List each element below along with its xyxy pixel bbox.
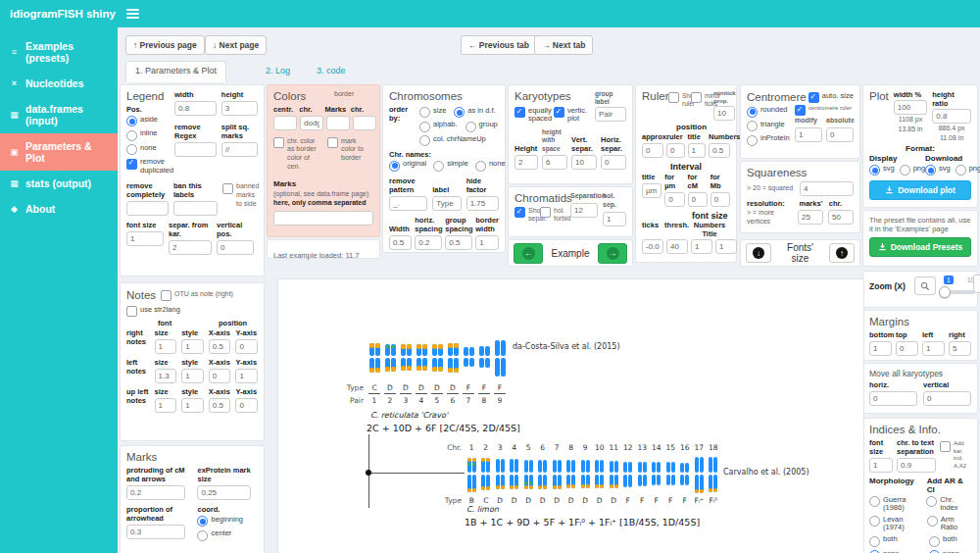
remove-duplicated-checkbox[interactable] bbox=[126, 159, 137, 170]
names-simple-radio[interactable] bbox=[433, 161, 444, 172]
right-notes-style-input[interactable] bbox=[181, 339, 204, 354]
sidebar-item-examples[interactable]: ≡Examples (presets) bbox=[0, 33, 118, 71]
for-cm-input[interactable] bbox=[688, 192, 708, 207]
ar-chr-index-radio[interactable] bbox=[926, 496, 937, 507]
right-notes-x-input[interactable] bbox=[209, 339, 231, 354]
chr-border-input[interactable] bbox=[353, 116, 376, 130]
cen-triangle-radio[interactable] bbox=[747, 121, 758, 131]
upleft-notes-x-input[interactable] bbox=[209, 398, 231, 413]
squareness-input[interactable] bbox=[800, 181, 854, 196]
arrowhead-input[interactable] bbox=[126, 525, 185, 539]
pos-aside-radio[interactable] bbox=[126, 116, 137, 126]
ruler-pos-input[interactable] bbox=[666, 143, 685, 158]
split-sq-marks-input[interactable] bbox=[221, 142, 258, 157]
remove-completely-input[interactable] bbox=[126, 201, 169, 216]
pos-none-radio[interactable] bbox=[126, 144, 137, 155]
download-png-radio[interactable] bbox=[956, 165, 966, 176]
download-svg-radio[interactable] bbox=[925, 165, 936, 176]
approx-input[interactable] bbox=[642, 143, 663, 158]
download-presets-button[interactable]: Download Presets bbox=[869, 237, 971, 257]
morph-guerra-radio[interactable] bbox=[869, 496, 880, 507]
border-width-input[interactable] bbox=[475, 235, 499, 250]
marks-border-input[interactable] bbox=[326, 116, 350, 130]
remove-pattern-input[interactable] bbox=[389, 196, 427, 211]
separ-from-kar-input[interactable] bbox=[169, 240, 212, 255]
separation-input[interactable] bbox=[570, 203, 598, 218]
chr-width-input[interactable] bbox=[389, 235, 412, 250]
vert-separ-input[interactable] bbox=[571, 155, 597, 170]
hol-forbid-checkbox[interactable] bbox=[540, 207, 551, 218]
margin-top-input[interactable] bbox=[896, 341, 918, 356]
margin-bottom-input[interactable] bbox=[869, 341, 892, 356]
horiz-separ-input[interactable] bbox=[601, 155, 626, 170]
next-example-button[interactable]: → bbox=[598, 243, 627, 264]
remove-regex-input[interactable] bbox=[174, 142, 217, 157]
legend-width-input[interactable] bbox=[174, 101, 217, 116]
sidebar-item-parameters-plot[interactable]: ▣Parameters & Plot bbox=[0, 133, 118, 171]
right-notes-y-input[interactable] bbox=[235, 339, 258, 354]
tab-parameters-plot[interactable]: 1. Parameters & Plot bbox=[125, 61, 226, 82]
legend-height-input[interactable] bbox=[221, 101, 258, 116]
title-pos-input[interactable] bbox=[688, 143, 707, 158]
minitick-prop-input[interactable] bbox=[713, 106, 735, 121]
group-label-input[interactable] bbox=[595, 107, 626, 122]
sidebar-toggle-icon[interactable] bbox=[126, 9, 139, 21]
hide-factor-input[interactable] bbox=[466, 196, 499, 211]
fonts-larger-button[interactable]: ↑ bbox=[829, 243, 855, 263]
display-svg-radio[interactable] bbox=[869, 165, 880, 176]
order-alphab-radio[interactable] bbox=[419, 122, 430, 132]
plot-width-input[interactable] bbox=[894, 100, 927, 115]
sidebar-item-dataframes[interactable]: ▦data.frames (input) bbox=[0, 96, 118, 133]
ar-both-radio[interactable] bbox=[929, 536, 940, 547]
previous-page-button[interactable]: ↑ Previous page bbox=[125, 35, 205, 55]
ban-labels-input[interactable] bbox=[173, 201, 218, 216]
morph-both-radio[interactable] bbox=[869, 536, 880, 547]
sidebar-item-about[interactable]: ◆About bbox=[0, 196, 118, 222]
names-none-radio[interactable] bbox=[475, 161, 486, 172]
right-notes-size-input[interactable] bbox=[155, 339, 177, 354]
left-notes-y-input[interactable] bbox=[235, 369, 258, 383]
exprotein-input[interactable] bbox=[197, 485, 251, 500]
margin-left-input[interactable] bbox=[922, 341, 945, 356]
upleft-notes-style-input[interactable] bbox=[181, 398, 204, 413]
centr-color-input[interactable] bbox=[273, 116, 297, 130]
height-with-space-input[interactable] bbox=[542, 155, 567, 170]
ticks-input[interactable] bbox=[642, 239, 663, 254]
names-original-radio[interactable] bbox=[389, 161, 400, 172]
zoom-out-button[interactable] bbox=[914, 276, 936, 295]
tab-code[interactable]: 3. code bbox=[308, 62, 355, 81]
sidebar-item-stats[interactable]: ▦stats (output) bbox=[0, 171, 118, 196]
for-um-input[interactable] bbox=[664, 192, 684, 207]
zoom-slider-thumb[interactable] bbox=[939, 286, 951, 298]
pos-inline-radio[interactable] bbox=[126, 130, 137, 141]
protruding-input[interactable] bbox=[126, 485, 185, 500]
horiz-spacing-input[interactable] bbox=[415, 235, 442, 250]
for-mb-input[interactable] bbox=[710, 192, 730, 207]
move-horiz-input[interactable] bbox=[869, 391, 917, 406]
equally-spaced-checkbox[interactable] bbox=[514, 107, 525, 118]
display-png-radio[interactable] bbox=[900, 165, 910, 176]
left-notes-size-input[interactable] bbox=[155, 369, 177, 383]
download-plot-button[interactable]: Download plot bbox=[869, 180, 971, 200]
chr-color-as-border-checkbox[interactable] bbox=[273, 137, 284, 148]
show-ruler-checkbox[interactable] bbox=[668, 92, 679, 103]
absolute-input[interactable] bbox=[826, 127, 854, 142]
coord-center-radio[interactable] bbox=[197, 530, 208, 541]
auto-size-checkbox[interactable] bbox=[808, 92, 819, 103]
kar-height-input[interactable] bbox=[514, 155, 538, 170]
order-chrnameup-radio[interactable] bbox=[419, 135, 430, 146]
indices-font-size-input[interactable] bbox=[869, 458, 893, 473]
marks-colors-input[interactable] bbox=[273, 211, 373, 226]
use-str2lang-checkbox[interactable] bbox=[126, 306, 137, 317]
next-page-button[interactable]: ↓ Next page bbox=[205, 35, 267, 55]
upleft-notes-size-input[interactable] bbox=[155, 398, 177, 413]
numbers-fontsize-input[interactable] bbox=[691, 239, 712, 254]
vertical-pos-input[interactable] bbox=[217, 240, 254, 255]
modify-input[interactable] bbox=[795, 127, 822, 142]
cen-rounded-radio[interactable] bbox=[747, 107, 758, 118]
otu-as-note-checkbox[interactable] bbox=[161, 290, 172, 301]
height-ratio-input[interactable] bbox=[932, 109, 971, 124]
legend-font-size-input[interactable] bbox=[126, 231, 164, 246]
order-size-radio[interactable] bbox=[419, 107, 430, 118]
next-tab-button[interactable]: → Next tab bbox=[534, 35, 593, 55]
